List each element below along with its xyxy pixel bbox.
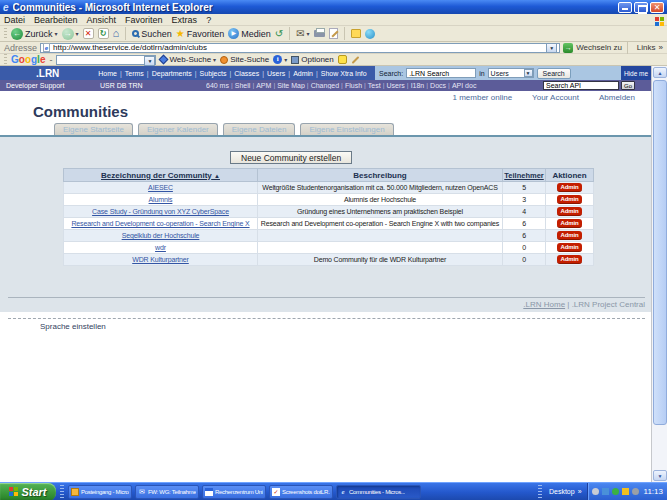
logout-link[interactable]: Abmelden: [599, 93, 635, 102]
minimize-button[interactable]: [618, 2, 632, 13]
print-button[interactable]: [314, 30, 325, 37]
members-online-link[interactable]: 1 member online: [453, 93, 513, 102]
dev-link-changed[interactable]: Changed: [311, 82, 339, 89]
favorites-button[interactable]: ★ Favoriten: [176, 29, 225, 39]
dev-link-users[interactable]: Users: [387, 82, 405, 89]
forward-dropdown-icon[interactable]: ▾: [76, 30, 79, 37]
tray-icon-4[interactable]: [622, 488, 629, 495]
nav-link-home[interactable]: Home: [98, 70, 117, 77]
nav-link-departments[interactable]: Departments: [152, 70, 192, 77]
dev-link-shell[interactable]: Shell: [235, 82, 251, 89]
links-toolbar-label[interactable]: Links: [637, 43, 656, 52]
community-link-alumnis[interactable]: Alumnis: [149, 196, 173, 203]
community-link-segelklub-der-hochschule[interactable]: Segelklub der Hochschule: [122, 232, 200, 239]
sort-by-members-link[interactable]: Teilnehmer: [504, 171, 543, 180]
history-button[interactable]: ↺: [275, 29, 283, 39]
menu-item-[interactable]: ?: [206, 15, 211, 25]
desktop-toolbar-handle[interactable]: [538, 485, 542, 498]
tray-icon-5[interactable]: [632, 488, 639, 495]
refresh-button[interactable]: ↻: [98, 28, 109, 39]
scrollbar-thumb[interactable]: [653, 80, 667, 425]
lrn-search-scope-select[interactable]: Users ▼: [488, 68, 534, 78]
mail-button[interactable]: ✉ ▾: [296, 29, 309, 39]
dev-link-i18n[interactable]: I18n: [411, 82, 425, 89]
menu-item-datei[interactable]: Datei: [4, 15, 25, 25]
hide-me-button[interactable]: Hide me: [621, 66, 651, 80]
admin-action-button[interactable]: Admin: [557, 195, 583, 204]
tray-icon-2[interactable]: [602, 488, 609, 495]
community-link-wdr-kulturpartner[interactable]: WDR Kulturpartner: [132, 256, 189, 263]
desktop-chevron-icon[interactable]: »: [578, 488, 582, 495]
api-search-input[interactable]: [543, 81, 619, 90]
info-dropdown-icon[interactable]: ▾: [284, 56, 287, 63]
dev-link-docs[interactable]: Docs: [430, 82, 446, 89]
developer-support-link[interactable]: Developer Support: [0, 82, 100, 89]
sort-by-name-link[interactable]: Bezeichnung der Community ▲: [101, 171, 220, 180]
scope-dropdown-icon[interactable]: ▼: [524, 69, 533, 77]
api-search-go-button[interactable]: Go: [621, 81, 635, 90]
back-button[interactable]: ← Zurück ▾: [11, 28, 58, 40]
admin-action-button[interactable]: Admin: [557, 255, 583, 264]
nav-link-admin[interactable]: Admin: [293, 70, 313, 77]
nav-link-subjects[interactable]: Subjects: [200, 70, 227, 77]
dev-link-640-ms[interactable]: 640 ms: [206, 82, 229, 89]
links-chevron-icon[interactable]: »: [659, 43, 663, 52]
admin-action-button[interactable]: Admin: [557, 183, 583, 192]
tray-icon-1[interactable]: [592, 488, 599, 495]
tray-icon-3[interactable]: [612, 488, 619, 495]
lrn-home-link[interactable]: .LRN Home: [523, 300, 565, 309]
mail-dropdown-icon[interactable]: ▾: [307, 30, 310, 37]
site-search-button[interactable]: Site-Suche: [220, 55, 269, 64]
dev-link-api-doc[interactable]: API doc: [452, 82, 477, 89]
nav-link-show-xtra-info[interactable]: Show Xtra Info: [321, 70, 367, 77]
lrn-search-input[interactable]: [406, 68, 476, 78]
scroll-up-button[interactable]: ▲: [653, 67, 667, 78]
web-search-dropdown-icon[interactable]: ▾: [213, 56, 216, 63]
community-link-case-study-gr-ndung-von-xyz-cyberspace[interactable]: Case Study - Gründung von XYZ CyberSpace: [92, 208, 229, 215]
options-button[interactable]: Optionen: [291, 55, 333, 64]
quicklaunch-handle[interactable]: [60, 485, 64, 498]
tab-eigene-startseite[interactable]: Eigene Startseite: [54, 123, 133, 135]
go-icon[interactable]: →: [563, 43, 573, 53]
create-community-button[interactable]: Neue Community erstellen: [230, 151, 352, 164]
go-label[interactable]: Wechseln zu: [576, 43, 622, 52]
dev-link-apm[interactable]: APM: [256, 82, 271, 89]
menu-item-bearbeiten[interactable]: Bearbeiten: [34, 15, 78, 25]
community-link-research-and-development-co-operation-search-engine-x[interactable]: Research and Development co-operation - …: [71, 220, 249, 227]
menu-item-ansicht[interactable]: Ansicht: [87, 15, 117, 25]
close-button[interactable]: ✕: [650, 2, 664, 13]
admin-action-button[interactable]: Admin: [557, 219, 583, 228]
admin-action-button[interactable]: Admin: [557, 231, 583, 240]
home-button[interactable]: ⌂: [113, 28, 120, 39]
toolbar-gripper[interactable]: [4, 54, 7, 66]
search-button[interactable]: Suchen: [132, 29, 172, 39]
community-link-aiesec[interactable]: AIESEC: [148, 184, 173, 191]
nav-link-terms[interactable]: Terms: [125, 70, 144, 77]
taskbar-task-posteingang-micros[interactable]: Posteingang - Micros...: [68, 485, 132, 499]
address-input[interactable]: e http://www.theservice.de/dotlrn/admin/…: [40, 43, 560, 53]
google-search-input[interactable]: ▼: [56, 55, 156, 65]
address-dropdown-icon[interactable]: ▼: [546, 43, 557, 53]
stop-button[interactable]: ✕: [83, 28, 94, 39]
messenger-button[interactable]: [365, 29, 375, 39]
taskbar-task-rechenzentrum-uni-k[interactable]: Rechenzentrum Uni K...: [202, 485, 266, 499]
dev-link-site-map[interactable]: Site Map: [277, 82, 305, 89]
forward-button[interactable]: → ▾: [62, 28, 79, 40]
taskbar-task-communities-micros[interactable]: eCommunities - Micros...: [336, 485, 421, 499]
desktop-toolbar-label[interactable]: Desktop: [549, 488, 575, 495]
back-dropdown-icon[interactable]: ▾: [55, 30, 58, 37]
menu-item-extras[interactable]: Extras: [172, 15, 198, 25]
discuss-button[interactable]: [351, 29, 361, 38]
lrn-project-central-link[interactable]: .LRN Project Central: [572, 300, 645, 309]
scroll-down-button[interactable]: ▼: [653, 470, 667, 481]
tab-eigene-dateien[interactable]: Eigene Dateien: [223, 123, 296, 135]
web-search-button[interactable]: Web-Suche ▾: [160, 55, 216, 64]
menu-item-favoriten[interactable]: Favoriten: [125, 15, 163, 25]
lrn-brand[interactable]: .LRN: [0, 68, 90, 79]
admin-action-button[interactable]: Admin: [557, 207, 583, 216]
community-link-wdr[interactable]: wdr: [155, 244, 166, 251]
google-search-dropdown-icon[interactable]: ▼: [144, 56, 155, 66]
media-button[interactable]: ▶ Medien: [228, 28, 271, 39]
maximize-button[interactable]: [634, 2, 648, 13]
edit-button[interactable]: [329, 28, 338, 39]
